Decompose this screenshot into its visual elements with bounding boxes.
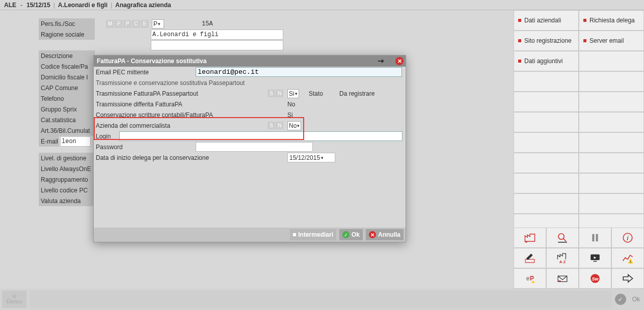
dd-az-comm[interactable]: No▾ [287,121,301,130]
rp-server-email[interactable]: Server email [579,31,644,51]
rp-empty-10 [514,153,579,173]
btn-p[interactable]: P [123,20,131,28]
svg-text:P: P [530,275,534,282]
lbl-livpc: Livello codice PC [39,185,95,195]
bottom-ok-wrap[interactable]: ✓ Ok [615,294,640,305]
btn-f[interactable]: F [115,20,123,28]
persfis-buttons: M F P C E [106,20,149,28]
svg-line-1 [564,239,567,242]
btn-m[interactable]: M [106,20,114,28]
btn-ok[interactable]: ✓ Ok [339,229,363,240]
dialog-titlebar: FatturaPA - Conservazione sostitutiva ● … [94,55,406,67]
ok-circle-icon: ✓ [615,294,626,305]
btn-annulla[interactable]: ✕ Annulla [366,229,404,240]
btn-n2[interactable]: N [276,122,283,129]
lbl-catstat: Cat.statistica [39,115,95,125]
persfis-dropdown[interactable]: P▾ [152,19,164,29]
rp-empty-3 [579,71,644,92]
rp-empty-1 [579,51,644,71]
lbl-az-comm: Azienda del commercialista [94,122,265,129]
btn-e[interactable]: E [141,20,149,28]
pause-icon[interactable] [579,228,611,248]
lbl-persfis: Pers.fis./Soc [39,18,95,29]
lbl-art36: Art.36/Bil.Cumulat [39,125,95,136]
lbl-data-inizio: Data di inizio delega per la conservazio… [94,154,265,161]
bc-dash: - [18,2,24,9]
rp-empty-12 [514,173,579,193]
svg-rect-16 [532,281,534,283]
edit-icon[interactable] [514,248,546,268]
chart-warning-icon[interactable]: ! [611,248,644,268]
lbl-livaoe: Livello AlwaysOnE [39,163,95,174]
close-icon[interactable]: ✕ [395,57,404,65]
input-login[interactable] [119,131,403,141]
rp-empty-6 [514,112,579,132]
sw-icon[interactable]: Sw [579,268,611,289]
bc-section: Anagrafica azienda [113,2,173,9]
lbl-cons-scritt: Conservazione scritture contabili/Fattur… [94,111,265,119]
svg-text:i: i [627,234,629,242]
lbl-trasm-diff: Trasmissione differita FatturaPA [94,101,265,108]
rp-empty-15 [579,193,644,214]
rp-empty-8 [514,132,579,153]
lbl-tel: Telefono [39,93,95,104]
svg-text:e: e [526,275,530,282]
btn-s[interactable]: S [267,90,275,97]
svg-rect-18 [558,280,561,281]
check-icon: ✓ [342,231,350,238]
input-password[interactable] [196,142,313,152]
dialog-title: FatturaPA - Conservazione sostitutiva [97,58,377,65]
fld-email[interactable]: leon [60,136,91,147]
rp-empty-4 [514,92,579,112]
ep-icon[interactable]: eP [514,268,546,289]
section-trasmissione: Trasmissione e conservazione sostitutiva… [94,77,406,88]
fld-data-inizio[interactable]: 15/12/2015▾ [287,153,335,162]
elenco-label: Elenco [7,299,22,304]
input-emailpec[interactable] [196,67,402,77]
dd-trasm-fpa[interactable]: Si▾ [287,89,299,98]
pin-icon[interactable] [377,57,385,65]
bottom-bar: Elenco ✓ Ok [0,289,644,310]
forward-icon[interactable] [611,268,644,289]
rp-dati-agg[interactable]: Dati aggiuntivi [514,51,579,71]
svg-rect-7 [525,259,534,262]
lbl-cap: CAP Comune [39,82,95,93]
cancel-icon: ✕ [369,231,376,238]
minimize-icon[interactable]: ● [386,57,394,65]
rp-empty-14 [514,193,579,214]
lbl-dom: Domicilio fiscale I [39,72,95,82]
rp-empty-9 [579,132,644,153]
az-icon[interactable]: A Z [546,248,579,268]
btn-s2[interactable]: S [267,122,275,129]
rp-empty-5 [579,92,644,112]
svg-rect-11 [594,261,597,262]
btn-n[interactable]: N [276,90,283,97]
mail-icon[interactable] [546,268,579,289]
val-trasm-diff: No [283,101,309,108]
info-icon[interactable]: i [611,228,644,248]
elenco-button[interactable]: Elenco [2,291,26,308]
lbl-stato: Stato [309,90,339,97]
persfis-code: 15A [202,20,213,27]
lbl-login: Login [94,133,119,140]
lbl-cf: Codice fiscale/Pa [39,61,95,72]
fld-ragsoc[interactable]: A.Leonardi e figli [151,30,283,40]
btn-c[interactable]: C [132,20,140,28]
status-bar-area [30,291,612,308]
lbl-descr: Descrizione [39,50,95,61]
rp-empty-2 [514,71,579,92]
monitor-icon[interactable] [579,248,611,268]
fld-ragsoc2[interactable] [151,40,283,50]
rp-richiesta-delega[interactable]: Richiesta delega [579,10,644,31]
btn-intermediari[interactable]: Intermediari [290,229,336,240]
rp-dati-aziendali[interactable]: Dati aziendali [514,10,579,31]
search-icon[interactable] [546,228,579,248]
svg-point-0 [558,234,564,239]
lbl-trasm-fpa: Trasmissione FatturaPA Passepartout [94,90,265,97]
rp-empty-7 [579,112,644,132]
rp-sito-reg[interactable]: Sito registrazione [514,31,579,51]
svg-text:A Z: A Z [559,260,566,264]
breadcrumb-bar: ALE - 15/12/15 | A.Leonardi e figli | An… [0,0,644,10]
factory-icon[interactable] [514,228,546,248]
bc-date: 15/12/15 [24,2,52,9]
